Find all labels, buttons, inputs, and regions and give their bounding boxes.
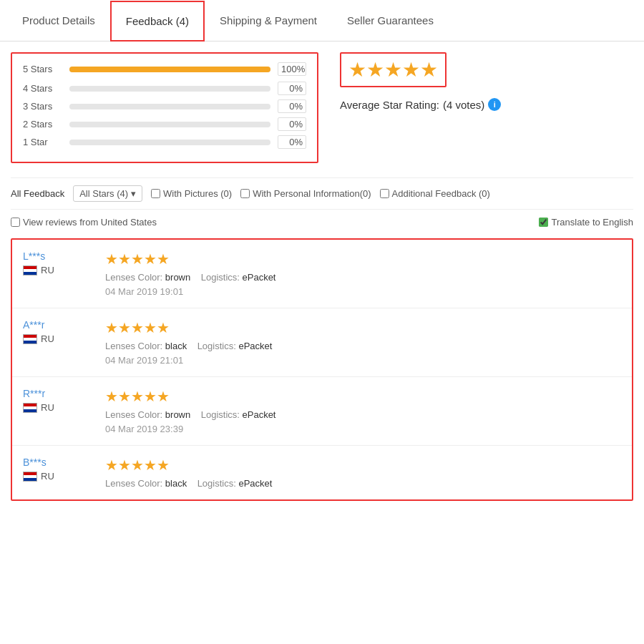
review-details: Lenses Color: black Logistics: ePacket xyxy=(105,478,272,489)
view-reviews-checkbox[interactable] xyxy=(11,218,20,227)
with-personal-label: With Personal Information(0) xyxy=(253,188,371,199)
reviewer-country: RU xyxy=(23,333,94,344)
tab-seller[interactable]: Seller Guarantees xyxy=(332,1,449,42)
filter-row2: View reviews from United States Translat… xyxy=(11,210,633,235)
flag-icon xyxy=(23,472,37,482)
translate-checkbox[interactable] xyxy=(539,218,548,227)
country-label: RU xyxy=(41,265,54,275)
review-date: 04 Mar 2019 21:01 xyxy=(105,355,272,366)
star-label: 5 Stars xyxy=(23,64,62,74)
review-stars: ★★★★★ xyxy=(105,250,275,268)
rating-row-1-star: 1 Star 0% xyxy=(23,135,306,149)
bar-container xyxy=(69,67,270,72)
review-header: A***r RU ★★★★★ Lenses Color: black Logis… xyxy=(23,319,621,366)
chevron-down-icon: ▾ xyxy=(131,188,136,199)
country-label: RU xyxy=(41,402,54,413)
review-item-0: L***s RU ★★★★★ Lenses Color: brown Logis… xyxy=(12,240,632,308)
review-date: 04 Mar 2019 23:39 xyxy=(105,424,275,434)
review-details: Lenses Color: black Logistics: ePacket xyxy=(105,341,272,351)
review-stars: ★★★★★ xyxy=(105,388,275,405)
average-rating-text: Average Star Rating: (4 votes) i xyxy=(340,98,633,111)
bar-container xyxy=(69,140,270,145)
rating-breakdown: 5 Stars 100% 4 Stars 0% 3 Stars 0% 2 Sta… xyxy=(11,52,318,163)
star-icon-1: ★ xyxy=(366,59,384,81)
avg-label: Average Star Rating: xyxy=(340,99,439,111)
info-icon[interactable]: i xyxy=(488,98,501,111)
logistics: ePacket xyxy=(243,409,276,420)
reviewer-info: R***r RU xyxy=(23,388,94,413)
additional-feedback-filter[interactable]: Additional Feedback (0) xyxy=(380,188,490,199)
pct-label: 0% xyxy=(278,82,306,95)
star-label: 4 Stars xyxy=(23,83,62,94)
reviewer-country: RU xyxy=(23,402,94,413)
review-stars: ★★★★★ xyxy=(105,457,272,474)
logistics: ePacket xyxy=(243,272,276,283)
all-stars-label: All Stars (4) xyxy=(79,188,128,199)
review-details: Lenses Color: brown Logistics: ePacket xyxy=(105,409,275,420)
lenses-color: black xyxy=(165,478,187,489)
with-pictures-filter[interactable]: With Pictures (0) xyxy=(151,188,232,199)
view-reviews-label: View reviews from United States xyxy=(23,217,157,228)
reviewer-name: L***s xyxy=(23,250,94,262)
additional-checkbox[interactable] xyxy=(380,189,389,198)
tab-product-details[interactable]: Product Details xyxy=(7,1,110,42)
logistics: ePacket xyxy=(238,478,272,489)
review-stars: ★★★★★ xyxy=(105,319,272,336)
review-content: ★★★★★ Lenses Color: brown Logistics: ePa… xyxy=(105,250,275,297)
star-label: 1 Star xyxy=(23,137,62,147)
big-stars-box: ★★★★★ xyxy=(340,52,447,87)
reviewer-country: RU xyxy=(23,265,94,275)
flag-icon xyxy=(23,265,37,275)
star-icon-0: ★ xyxy=(348,59,366,81)
vote-count: (4 votes) xyxy=(443,99,484,111)
star-label: 2 Stars xyxy=(23,119,62,130)
star-icon-4: ★ xyxy=(420,59,438,81)
logistics: ePacket xyxy=(238,341,272,351)
lenses-color: brown xyxy=(165,272,190,283)
review-date: 04 Mar 2019 19:01 xyxy=(105,286,275,297)
translate-label: Translate to English xyxy=(552,217,633,228)
reviewer-info: A***r RU xyxy=(23,319,94,344)
review-content: ★★★★★ Lenses Color: black Logistics: ePa… xyxy=(105,457,272,489)
lenses-color: black xyxy=(165,341,187,351)
country-label: RU xyxy=(41,471,54,482)
rating-row-2-stars: 2 Stars 0% xyxy=(23,117,306,131)
review-details: Lenses Color: brown Logistics: ePacket xyxy=(105,272,275,283)
review-header: R***r RU ★★★★★ Lenses Color: brown Logis… xyxy=(23,388,621,434)
rating-row-4-stars: 4 Stars 0% xyxy=(23,82,306,95)
tab-feedback[interactable]: Feedback (4) xyxy=(110,1,205,42)
country-label: RU xyxy=(41,333,54,344)
lenses-color: brown xyxy=(165,409,190,420)
additional-label: Additional Feedback (0) xyxy=(392,188,490,199)
reviewer-name: B***s xyxy=(23,457,94,468)
rating-row-5-stars: 5 Stars 100% xyxy=(23,62,306,76)
pct-label: 0% xyxy=(278,135,306,149)
pct-label: 100% xyxy=(278,62,306,76)
reviewer-country: RU xyxy=(23,471,94,482)
reviewer-info: L***s RU xyxy=(23,250,94,275)
all-stars-dropdown[interactable]: All Stars (4) ▾ xyxy=(73,185,142,202)
rating-row-3-stars: 3 Stars 0% xyxy=(23,99,306,113)
with-personal-filter[interactable]: With Personal Information(0) xyxy=(240,188,371,199)
view-reviews-filter[interactable]: View reviews from United States xyxy=(11,217,157,228)
review-item-3: B***s RU ★★★★★ Lenses Color: black Logis… xyxy=(12,446,632,499)
with-pictures-checkbox[interactable] xyxy=(151,189,160,198)
tab-shipping[interactable]: Shipping & Payment xyxy=(205,1,332,42)
all-feedback-label: All Feedback xyxy=(11,188,64,199)
bar-container xyxy=(69,86,270,92)
review-header: B***s RU ★★★★★ Lenses Color: black Logis… xyxy=(23,457,621,489)
star-label: 3 Stars xyxy=(23,101,62,112)
review-item-1: A***r RU ★★★★★ Lenses Color: black Logis… xyxy=(12,308,632,377)
with-pictures-label: With Pictures (0) xyxy=(163,188,232,199)
flag-icon xyxy=(23,334,37,344)
reviewer-info: B***s RU xyxy=(23,457,94,482)
translate-filter[interactable]: Translate to English xyxy=(539,217,633,228)
reviews-container: L***s RU ★★★★★ Lenses Color: brown Logis… xyxy=(11,238,633,501)
review-item-2: R***r RU ★★★★★ Lenses Color: brown Logis… xyxy=(12,377,632,446)
review-content: ★★★★★ Lenses Color: black Logistics: ePa… xyxy=(105,319,272,366)
pct-label: 0% xyxy=(278,99,306,113)
flag-icon xyxy=(23,403,37,413)
with-personal-checkbox[interactable] xyxy=(240,189,250,198)
bar-container xyxy=(69,104,270,109)
review-content: ★★★★★ Lenses Color: brown Logistics: ePa… xyxy=(105,388,275,434)
